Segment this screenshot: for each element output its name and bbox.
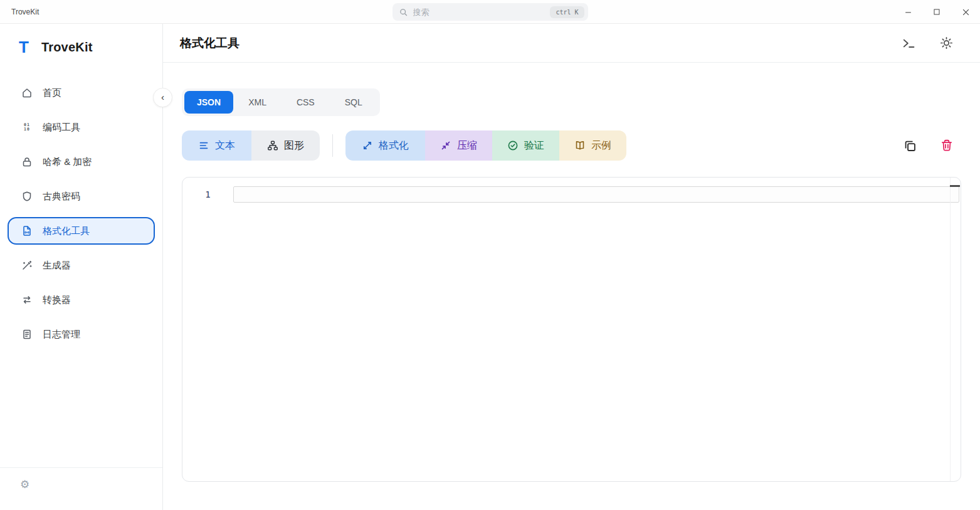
view-graph-button[interactable]: 图形 (251, 130, 320, 161)
lock-icon (21, 156, 33, 167)
tab-css[interactable]: CSS (282, 91, 330, 114)
settings-button[interactable]: ⚙ (20, 479, 29, 490)
sidebar-item-label: 转换器 (43, 294, 71, 306)
titlebar: TroveKit ctrl K (0, 0, 980, 24)
editor-gutter: 1 (182, 178, 233, 481)
window-controls (893, 0, 980, 24)
format-tools-content: JSON XML CSS SQL 文本 (163, 63, 980, 510)
editor-toolbar: 文本 图形 格式化 (182, 130, 961, 161)
home-icon (21, 87, 33, 98)
sidebar-item-generators[interactable]: 生成器 (8, 252, 155, 279)
global-search[interactable]: ctrl K (393, 3, 588, 21)
example-label: 示例 (591, 139, 611, 152)
binary-icon: 01 10 (21, 122, 33, 133)
expand-icon (362, 140, 373, 151)
copy-button[interactable] (903, 139, 917, 153)
search-input[interactable] (413, 8, 551, 17)
sidebar-item-encoding-tools[interactable]: 01 10 编码工具 (8, 114, 155, 141)
close-button[interactable] (951, 0, 980, 24)
graph-nodes-icon (267, 140, 278, 151)
sidebar-collapse-button[interactable]: ‹ (153, 88, 172, 107)
toolbar-divider (332, 134, 333, 157)
tab-sql[interactable]: SQL (330, 91, 377, 114)
view-text-label: 文本 (215, 139, 235, 152)
sidebar-item-label: 古典密码 (43, 191, 80, 203)
compress-icon (440, 140, 451, 151)
chevron-left-icon: ‹ (161, 92, 164, 102)
page-title: 格式化工具 (180, 35, 240, 51)
sidebar-item-converters[interactable]: 转换器 (8, 286, 155, 314)
sidebar-item-label: 格式化工具 (43, 225, 90, 237)
tab-xml[interactable]: XML (233, 91, 282, 114)
sidebar-item-format-tools[interactable]: 格式化工具 (8, 217, 155, 245)
sidebar-item-label: 首页 (43, 87, 61, 99)
tab-json[interactable]: JSON (184, 91, 233, 114)
view-text-button[interactable]: 文本 (182, 130, 251, 161)
copy-icon (903, 139, 917, 153)
sidebar-item-hash-encryption[interactable]: 哈希 & 加密 (8, 148, 155, 176)
format-label: 格式化 (379, 139, 409, 152)
editor-overview-cursor-mark (950, 185, 960, 187)
maximize-icon (933, 8, 940, 16)
maximize-button[interactable] (922, 0, 951, 24)
view-mode-switch: 文本 图形 (182, 130, 320, 161)
delete-button[interactable] (940, 139, 954, 152)
shield-icon (21, 191, 33, 202)
sun-icon (939, 36, 954, 50)
sidebar: T TroveKit 首页 01 10 编码工具 哈希 & 加密 (0, 24, 163, 510)
editor-active-line[interactable] (233, 186, 959, 203)
sidebar-item-label: 生成器 (43, 260, 71, 272)
file-braces-icon (21, 225, 33, 236)
terminal-button[interactable] (901, 36, 916, 50)
logo: T TroveKit (0, 24, 162, 55)
sidebar-item-classic-ciphers[interactable]: 古典密码 (8, 183, 155, 210)
code-editor[interactable]: 1 (182, 177, 961, 482)
terminal-icon (901, 36, 916, 50)
swap-arrows-icon (21, 294, 33, 305)
sidebar-item-label: 日志管理 (43, 329, 80, 341)
sidebar-item-label: 哈希 & 加密 (43, 156, 92, 168)
log-file-icon (21, 329, 33, 340)
trash-icon (940, 139, 954, 152)
close-icon (962, 8, 970, 16)
wand-icon (21, 260, 33, 271)
minimize-button[interactable] (893, 0, 922, 24)
main-header: 格式化工具 (163, 24, 980, 63)
validate-button[interactable]: 验证 (492, 130, 559, 161)
book-icon (574, 140, 586, 151)
check-circle-icon (507, 140, 519, 151)
main-panel: 格式化工具 JSON XML CSS SQL (163, 24, 980, 510)
editor-scrollbar[interactable] (950, 178, 951, 481)
sidebar-item-label: 编码工具 (43, 122, 80, 134)
editor-line-number: 1 (182, 186, 233, 203)
action-buttons: 格式化 压缩 验证 (345, 130, 626, 161)
validate-label: 验证 (524, 139, 544, 152)
lines-icon (198, 140, 209, 151)
sidebar-footer: ⚙ (0, 467, 162, 510)
sidebar-nav: 首页 01 10 编码工具 哈希 & 加密 古典密码 (0, 79, 162, 467)
compress-label: 压缩 (457, 139, 477, 152)
sidebar-item-log-management[interactable]: 日志管理 (8, 321, 155, 348)
brand-name: TroveKit (41, 40, 93, 55)
compress-button[interactable]: 压缩 (425, 130, 492, 161)
sidebar-item-home[interactable]: 首页 (8, 79, 155, 107)
example-button[interactable]: 示例 (559, 130, 626, 161)
logo-mark: T (19, 39, 29, 55)
gear-icon: ⚙ (20, 479, 29, 491)
language-tabs: JSON XML CSS SQL (182, 88, 380, 116)
view-graph-label: 图形 (284, 139, 304, 152)
minimize-icon (904, 8, 912, 16)
titlebar-app-name: TroveKit (11, 8, 39, 16)
search-icon (399, 8, 408, 17)
theme-toggle-button[interactable] (939, 36, 954, 50)
search-shortcut-badge: ctrl K (550, 6, 584, 18)
format-button[interactable]: 格式化 (345, 130, 425, 161)
